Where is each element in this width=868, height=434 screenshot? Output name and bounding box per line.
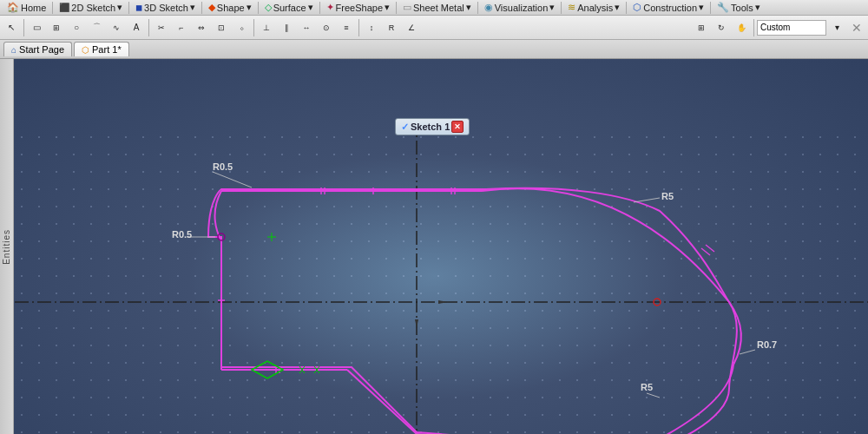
- origin-point: [654, 299, 661, 306]
- circle-tool[interactable]: ○: [67, 18, 86, 37]
- menu-freeshape[interactable]: ✦ FreeShape ▾: [321, 1, 395, 14]
- mirror-tool[interactable]: ⇔: [192, 18, 211, 37]
- home-icon: 🏠: [7, 2, 19, 13]
- constraint-tool-2[interactable]: ∥: [277, 18, 296, 37]
- menu-sep-4: [258, 2, 259, 14]
- angle-tool[interactable]: ∠: [402, 18, 421, 37]
- startpage-icon: ⌂: [11, 45, 16, 55]
- sketch-title-text: Sketch 1: [411, 122, 450, 132]
- menu-analysis[interactable]: ≋ Analysis ▾: [562, 1, 625, 14]
- green-diamond: [252, 361, 283, 378]
- toolbar: ↖ ▭ ⊞ ○ ⌒ ∿ A ✂ ⌐ ⇔ ⊡ ⬦ ⊥ ∥ ↔ ⊙ ≡ ↕ R ∠ …: [0, 16, 868, 40]
- radius-tool[interactable]: R: [382, 18, 401, 37]
- h-axis-arrow: [438, 300, 447, 304]
- entities-label: Entities: [2, 229, 11, 265]
- menu-sep-8: [561, 2, 562, 14]
- menu-2dsketch[interactable]: ⬛ 2D Sketch ▾: [54, 1, 128, 14]
- sketch2d-icon: ⬛: [59, 3, 69, 12]
- chevron-down-icon-3d: ▾: [190, 2, 195, 13]
- entities-panel: Entities: [0, 59, 14, 434]
- menu-home[interactable]: 🏠 Home: [2, 1, 51, 14]
- menu-3dsketch[interactable]: ◼ 3D Sketch ▾: [130, 1, 201, 14]
- top-right-arc: [482, 188, 729, 302]
- menu-tools[interactable]: 🔧 Tools ▾: [712, 1, 766, 14]
- sketch-drawing: [0, 59, 868, 434]
- freeshape-icon: ✦: [326, 2, 334, 13]
- project-tool[interactable]: ⬦: [232, 18, 251, 37]
- chevron-down-icon-viz: ▾: [549, 2, 555, 13]
- menu-sep-6: [396, 2, 397, 14]
- dimension-tool[interactable]: ↕: [362, 18, 381, 37]
- trim-tool[interactable]: ✂: [152, 18, 171, 37]
- construction-icon: ⬡: [633, 2, 641, 13]
- menu-bar: 🏠 Home ⬛ 2D Sketch ▾ ◼ 3D Sketch ▾ ◆ Sha…: [0, 0, 868, 16]
- tb-sep-1: [23, 19, 24, 36]
- pointer-tool[interactable]: ↖: [2, 18, 21, 37]
- rectangle-center-tool[interactable]: ⊞: [47, 18, 66, 37]
- menu-sep-7: [477, 2, 478, 14]
- right-small-arc: [729, 302, 741, 365]
- menu-sep-1: [52, 2, 53, 14]
- toolbar-group-pointer: ↖: [2, 18, 21, 37]
- menu-sep-10: [710, 2, 711, 14]
- chevron-down-icon-an: ▾: [615, 2, 620, 13]
- offset-tool[interactable]: ⊡: [212, 18, 231, 37]
- chevron-down-icon-free: ▾: [385, 2, 390, 13]
- menu-sep-3: [201, 2, 202, 14]
- chevron-down-icon-con: ▾: [699, 2, 704, 13]
- tb-sep-2: [148, 19, 149, 36]
- dim-line-r5-bottom: [647, 393, 660, 398]
- tools-icon: 🔧: [717, 2, 729, 13]
- grid: [0, 59, 868, 434]
- chevron-down-icon-shape: ▾: [247, 2, 252, 13]
- green-mark-2: [299, 366, 305, 373]
- constraint-tool-5[interactable]: ≡: [337, 18, 356, 37]
- chevron-down-icon-surface: ▾: [308, 2, 313, 13]
- constraint-tool-4[interactable]: ⊙: [317, 18, 336, 37]
- constraint-tool-1[interactable]: ⊥: [257, 18, 276, 37]
- v-axis-arrow: [415, 319, 418, 328]
- menu-construction[interactable]: ⬡ Construction ▾: [628, 1, 709, 14]
- toolbar-group-view: ⊞ ↻ ✋: [692, 18, 751, 37]
- top-left-arc: [215, 191, 222, 241]
- menu-viz[interactable]: ◉ Visualization ▾: [479, 1, 561, 14]
- custom-arrow-btn[interactable]: ▾: [827, 18, 846, 37]
- sketch3d-icon: ◼: [135, 3, 142, 12]
- custom-input[interactable]: [757, 20, 826, 36]
- zoom-fit-btn[interactable]: ⊞: [692, 18, 711, 37]
- arc-tool[interactable]: ⌒: [87, 18, 106, 37]
- toolbar-group-custom: ▾: [757, 18, 846, 37]
- text-tool[interactable]: A: [127, 18, 146, 37]
- sketch-shape: [208, 187, 741, 434]
- menu-sheetmetal[interactable]: ▭ Sheet Metal ▾: [398, 1, 477, 14]
- rectangle-tool[interactable]: ▭: [27, 18, 46, 37]
- dim-line-r5-top: [634, 198, 660, 202]
- constraint-tool-3[interactable]: ↔: [297, 18, 316, 37]
- sketch-close-button[interactable]: ✕: [451, 121, 464, 133]
- tab-part1[interactable]: ⬡ Part 1*: [74, 42, 129, 56]
- menu-sep-5: [319, 2, 320, 14]
- diagonal-line: [347, 370, 417, 434]
- menu-shape[interactable]: ◆ Shape ▾: [203, 1, 257, 14]
- dim-line-r05-top: [213, 172, 252, 187]
- arc-tick-1: [701, 248, 710, 255]
- sheetmetal-icon: ▭: [403, 2, 411, 13]
- tb-sep-3: [253, 19, 254, 36]
- arc-tick-2: [706, 245, 714, 252]
- rotate-btn[interactable]: ↻: [712, 18, 731, 37]
- spline-tool[interactable]: ∿: [107, 18, 126, 37]
- sketch-titlebar: ✓ Sketch 1 ✕: [395, 118, 470, 135]
- menu-sep-2: [128, 2, 129, 14]
- sketch-outline: [208, 188, 737, 434]
- chevron-down-icon: ▾: [117, 2, 122, 13]
- tab-startpage[interactable]: ⌂ Start Page: [3, 42, 72, 56]
- menu-surface[interactable]: ◇ Surface ▾: [260, 1, 319, 14]
- pan-btn[interactable]: ✋: [732, 18, 751, 37]
- part-icon: ⬡: [82, 45, 89, 55]
- fillet-tool[interactable]: ⌐: [172, 18, 191, 37]
- close-btn[interactable]: ✕: [847, 18, 866, 37]
- analysis-icon: ≋: [568, 2, 575, 13]
- tab-bar: ⌂ Start Page ⬡ Part 1*: [0, 40, 868, 59]
- toolbar-group-constraints: ⊥ ∥ ↔ ⊙ ≡: [257, 18, 356, 37]
- dim-line-r07: [740, 350, 755, 354]
